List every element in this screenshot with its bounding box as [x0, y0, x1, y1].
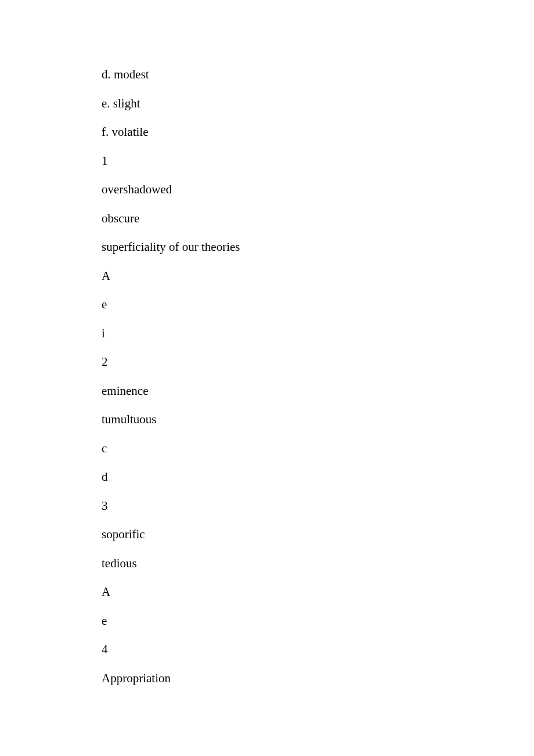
- text-line: c: [102, 442, 534, 455]
- text-line: e. slight: [102, 98, 534, 110]
- text-line: A: [102, 270, 534, 282]
- text-line: 3: [102, 500, 534, 512]
- document-content: d. modest e. slight f. volatile 1 oversh…: [0, 0, 534, 685]
- text-line: eminence: [102, 385, 534, 397]
- text-line: overshadowed: [102, 183, 534, 196]
- text-line: A: [102, 586, 534, 598]
- text-line: d. modest: [102, 69, 534, 81]
- text-line: tedious: [102, 557, 534, 570]
- text-line: soporific: [102, 528, 534, 541]
- text-line: 2: [102, 356, 534, 368]
- text-line: Appropriation: [102, 672, 534, 685]
- text-line: e: [102, 298, 534, 311]
- text-line: e: [102, 615, 534, 627]
- text-line: obscure: [102, 213, 534, 225]
- text-line: f. volatile: [102, 126, 534, 138]
- text-line: i: [102, 327, 534, 340]
- text-line: tumultuous: [102, 413, 534, 426]
- text-line: d: [102, 471, 534, 483]
- text-line: 1: [102, 155, 534, 167]
- text-line: superficiality of our theories: [102, 241, 534, 253]
- text-line: 4: [102, 643, 534, 656]
